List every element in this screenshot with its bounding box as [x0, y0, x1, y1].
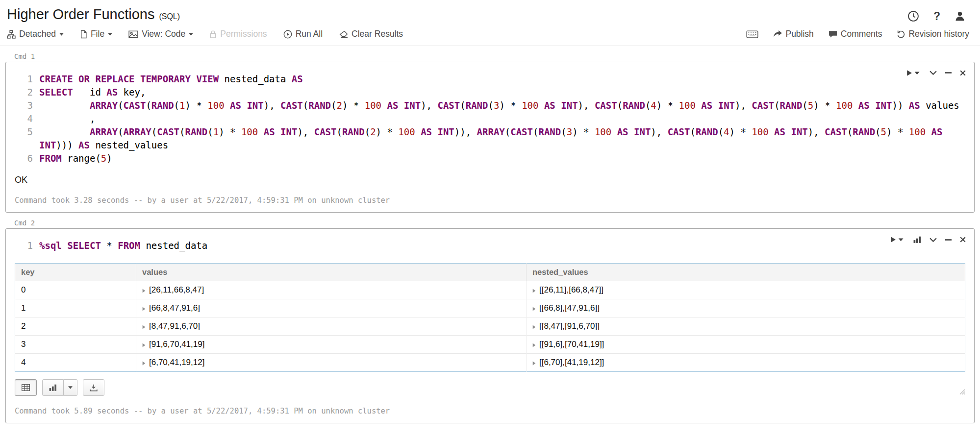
table-view-button[interactable] [15, 379, 37, 396]
close-icon[interactable] [960, 70, 966, 76]
line-number: 3 [12, 99, 39, 112]
display-button-group [42, 379, 77, 396]
table-cell: [26,11,66,8,47] [136, 281, 527, 299]
code-text[interactable]: CREATE OR REPLACE TEMPORARY VIEW nested_… [39, 73, 959, 86]
line-number: 2 [12, 86, 39, 99]
cell-value: 2 [21, 321, 25, 331]
cell-value: [91,6,70,41,19] [149, 340, 204, 349]
run-icon[interactable] [890, 237, 905, 243]
chart-view-button[interactable] [42, 379, 64, 396]
run-all-button[interactable]: Run All [283, 29, 323, 39]
chart-view-button-caret[interactable] [64, 379, 77, 396]
revision-history-icon [897, 30, 905, 38]
code-text[interactable]: %sql SELECT * FROM nested_data [39, 239, 959, 252]
resize-grip-icon[interactable] [959, 389, 965, 395]
collapse-icon[interactable] [930, 238, 937, 242]
file-menu[interactable]: File [80, 29, 112, 39]
toolbar-item-label: Run All [296, 29, 323, 39]
cell-value: [[66,8],[47,91,6]] [539, 303, 600, 313]
code-text[interactable]: , [39, 112, 959, 125]
code-line: 3 ARRAY(CAST(RAND(1) * 100 AS INT), CAST… [12, 99, 959, 112]
expand-triangle-icon[interactable] [532, 307, 536, 311]
command-footer: Command took 3.28 seconds -- by a user a… [6, 185, 974, 212]
collapse-icon[interactable] [930, 71, 937, 75]
view-icon [128, 30, 138, 38]
notebook-title[interactable]: Higher Order Functions [7, 6, 154, 23]
column-header-key[interactable]: key [15, 264, 136, 281]
code-text[interactable]: SELECT id AS key, [39, 86, 959, 99]
cell-value: 4 [21, 358, 25, 367]
table-row: 3[91,6,70,41,19][[91,6],[70,41,19]] [15, 336, 965, 354]
table-row: 0[26,11,66,8,47][[26,11],[66,8,47]] [15, 281, 965, 299]
permissions-button: Permissions [209, 29, 267, 39]
expand-triangle-icon[interactable] [142, 307, 146, 311]
expand-triangle-icon[interactable] [532, 289, 536, 293]
results-table-wrap: keyvaluesnested_values 0[26,11,66,8,47][… [15, 263, 965, 372]
file-icon [80, 30, 87, 39]
caret-down-icon [68, 386, 73, 389]
download-icon [90, 384, 98, 391]
schedule-clock-icon[interactable] [907, 10, 919, 22]
clear-results-button[interactable]: Clear Results [339, 29, 403, 39]
code-line: 6FROM range(5) [12, 152, 959, 165]
comments-button[interactable]: Comments [829, 29, 882, 39]
code-text[interactable]: ARRAY(ARRAY(CAST(RAND(1) * 100 AS INT), … [39, 125, 959, 152]
cell-value: [[91,6],[70,41,19]] [539, 340, 604, 349]
column-header-values[interactable]: values [136, 264, 527, 281]
expand-triangle-icon[interactable] [142, 289, 146, 293]
expand-triangle-icon[interactable] [532, 361, 536, 366]
cmd-label: Cmd 2 [14, 219, 980, 227]
minimize-icon[interactable] [945, 237, 952, 243]
user-icon[interactable] [955, 11, 965, 22]
line-number: 5 [12, 125, 39, 152]
table-cell: [[26,11],[66,8,47]] [527, 281, 965, 299]
table-row: 4[6,70,41,19,12][[6,70],[41,19,12]] [15, 354, 965, 372]
code-editor[interactable]: 1%sql SELECT * FROM nested_data [6, 229, 974, 254]
close-icon[interactable] [960, 237, 966, 243]
display-button-group [83, 379, 104, 396]
table-cell: 0 [15, 281, 136, 299]
column-header-nested_values[interactable]: nested_values [527, 264, 965, 281]
code-line: 5 ARRAY(ARRAY(CAST(RAND(1) * 100 AS INT)… [12, 125, 959, 152]
expand-triangle-icon[interactable] [532, 325, 536, 329]
toolbar-item-label: File [91, 29, 104, 39]
cell-value: [6,70,41,19,12] [149, 358, 204, 367]
toolbar-item-label: Revision history [908, 29, 969, 39]
results-table-header: keyvaluesnested_values [15, 264, 965, 281]
command-footer: Command took 5.89 seconds -- by a user a… [6, 396, 974, 423]
display-options-row [15, 379, 965, 396]
cell-value: [[26,11],[66,8,47]] [539, 285, 603, 294]
chart-icon[interactable] [913, 236, 921, 243]
toolbar-left-group: DetachedFileView: CodePermissionsRun All… [7, 29, 403, 39]
results-table: keyvaluesnested_values 0[26,11,66,8,47][… [15, 263, 965, 372]
expand-triangle-icon[interactable] [142, 343, 146, 347]
table-cell: 4 [15, 354, 136, 372]
cell-box: 1CREATE OR REPLACE TEMPORARY VIEW nested… [5, 62, 975, 213]
cell-value: 0 [21, 285, 25, 294]
expand-triangle-icon[interactable] [142, 325, 146, 329]
view-menu[interactable]: View: Code [128, 29, 193, 39]
results-table-body: 0[26,11,66,8,47][[26,11],[66,8,47]]1[66,… [15, 281, 965, 372]
revision-history-button[interactable]: Revision history [897, 29, 969, 39]
code-text[interactable]: FROM range(5) [39, 152, 959, 165]
toolbar-item-label: Permissions [220, 29, 267, 39]
minimize-icon[interactable] [945, 70, 952, 76]
help-icon[interactable]: ? [933, 10, 940, 22]
expand-triangle-icon[interactable] [142, 361, 146, 366]
table-cell: 3 [15, 336, 136, 354]
download-result-button[interactable] [83, 379, 104, 396]
table-cell: [8,47,91,6,70] [136, 317, 527, 336]
publish-button[interactable]: Publish [773, 29, 813, 39]
expand-triangle-icon[interactable] [532, 343, 536, 347]
shortcuts-button[interactable] [746, 30, 758, 38]
table-display-icon [22, 384, 30, 391]
run-icon[interactable] [906, 70, 921, 76]
code-editor[interactable]: 1CREATE OR REPLACE TEMPORARY VIEW nested… [6, 62, 974, 167]
toolbar-right-group: PublishCommentsRevision history [746, 29, 969, 39]
code-text[interactable]: ARRAY(CAST(RAND(1) * 100 AS INT), CAST(R… [39, 99, 959, 112]
notebook-header: Higher Order Functions (SQL) ? [0, 0, 980, 24]
table-row: 1[66,8,47,91,6][[66,8],[47,91,6]] [15, 299, 965, 317]
detached-cluster-menu[interactable]: Detached [7, 29, 64, 39]
toolbar-item-label: Clear Results [352, 29, 403, 39]
title-wrap: Higher Order Functions (SQL) [7, 6, 180, 23]
